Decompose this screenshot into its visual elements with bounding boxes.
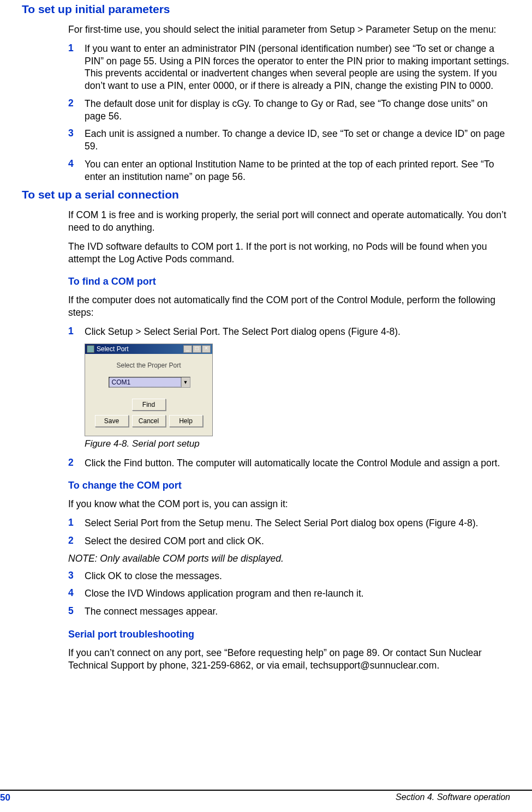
list-text: The default dose unit for display is cGy…	[85, 98, 510, 123]
list-number: 3	[68, 570, 85, 582]
com-port-select[interactable]: COM1 ▼	[109, 377, 190, 388]
list-text: Close the IVD Windows application progra…	[85, 587, 510, 600]
list-item: 3 Each unit is assigned a number. To cha…	[68, 128, 510, 153]
page-number: 50	[0, 792, 10, 803]
chevron-down-icon[interactable]: ▼	[181, 377, 190, 387]
intro-para: For first-time use, you should select th…	[68, 23, 510, 36]
list-text: Each unit is assigned a number. To chang…	[85, 128, 510, 153]
figure-select-port: Select Port _ □ × Select the Proper Port…	[85, 344, 510, 449]
list-item: 1 If you want to enter an administrator …	[68, 43, 510, 92]
minimize-icon[interactable]: _	[183, 345, 192, 353]
body-para: If you know what the COM port is, you ca…	[68, 498, 510, 510]
app-icon	[87, 345, 94, 353]
dialog-title: Select Port	[97, 345, 183, 353]
dialog-titlebar: Select Port _ □ ×	[85, 344, 212, 354]
find-button[interactable]: Find	[132, 399, 166, 411]
list-item: 3 Click OK to close the messages.	[68, 570, 510, 582]
note: NOTE: Only available COM ports will be d…	[68, 553, 510, 564]
close-icon[interactable]: ×	[202, 345, 211, 353]
list-text: If you want to enter an administrator PI…	[85, 43, 510, 92]
list-number: 1	[68, 326, 85, 338]
cancel-button[interactable]: Cancel	[132, 415, 166, 427]
list-text: Click Setup > Select Serial Port. The Se…	[85, 326, 510, 338]
body-para: If the computer does not automatically f…	[68, 294, 510, 319]
section-label: Section 4. Software operation	[396, 792, 510, 803]
save-button[interactable]: Save	[95, 415, 129, 427]
list-item: 1 Select Serial Port from the Setup menu…	[68, 517, 510, 530]
list-number: 1	[68, 517, 85, 530]
list-text: Select the desired COM port and click OK…	[85, 535, 510, 548]
list-number: 3	[68, 128, 85, 153]
figure-caption: Figure 4-8. Serial port setup	[85, 438, 510, 449]
list-text: Select Serial Port from the Setup menu. …	[85, 517, 510, 530]
select-port-dialog: Select Port _ □ × Select the Proper Port…	[85, 344, 213, 436]
list-number: 2	[68, 457, 85, 470]
body-para: The IVD software defaults to COM port 1.…	[68, 240, 510, 266]
list-item: 1 Click Setup > Select Serial Port. The …	[68, 326, 510, 338]
list-item: 2 Click the Find button. The computer wi…	[68, 457, 510, 470]
list-text: You can enter an optional Institution Na…	[85, 158, 510, 183]
heading-serial-troubleshooting: Serial port troubleshooting	[68, 629, 510, 640]
list-item: 4 You can enter an optional Institution …	[68, 158, 510, 183]
list-text: Click OK to close the messages.	[85, 570, 510, 582]
list-item: 4 Close the IVD Windows application prog…	[68, 587, 510, 600]
heading-setup-parameters: To set up initial parameters	[22, 3, 510, 16]
list-text: The connect messages appear.	[85, 605, 510, 618]
maximize-icon[interactable]: □	[193, 345, 201, 353]
page-footer: 50 Section 4. Software operation	[0, 790, 532, 803]
heading-serial-connection: To set up a serial connection	[22, 188, 510, 201]
list-item: 2 The default dose unit for display is c…	[68, 98, 510, 123]
dialog-prompt: Select the Proper Port	[89, 362, 208, 369]
com-port-value: COM1	[109, 377, 181, 387]
body-para: If COM 1 is free and is working properly…	[68, 209, 510, 234]
heading-find-com-port: To find a COM port	[68, 276, 510, 287]
list-number: 4	[68, 158, 85, 183]
list-number: 1	[68, 43, 85, 92]
list-number: 5	[68, 605, 85, 618]
list-number: 2	[68, 98, 85, 123]
list-item: 5 The connect messages appear.	[68, 605, 510, 618]
help-button[interactable]: Help	[169, 415, 203, 427]
body-para: If you can’t connect on any port, see “B…	[68, 647, 510, 672]
heading-change-com-port: To change the COM port	[68, 480, 510, 491]
list-number: 2	[68, 535, 85, 548]
list-item: 2 Select the desired COM port and click …	[68, 535, 510, 548]
list-text: Click the Find button. The computer will…	[85, 457, 510, 470]
list-number: 4	[68, 587, 85, 600]
